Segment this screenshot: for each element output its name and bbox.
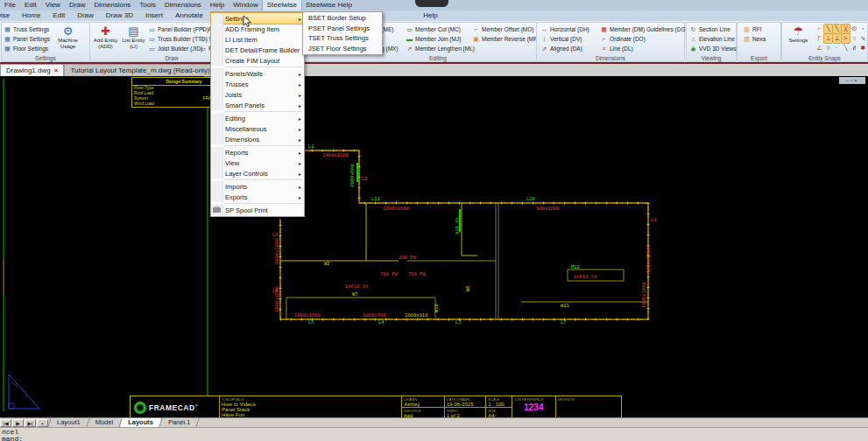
member-cut-mc-button[interactable]: ▭Member Cut (MC): [406, 24, 475, 34]
menu-item-settings[interactable]: Settings▸: [211, 13, 304, 24]
panel-settings-button[interactable]: ▦Panel Settings: [4, 34, 50, 44]
menu-item-trusses[interactable]: Trusses▸: [211, 79, 304, 89]
submenu-item-tset-truss-settings[interactable]: TSET Truss Settings: [303, 33, 382, 44]
submenu-item-jset-floor-settings[interactable]: JSET Floor Settings: [303, 44, 382, 54]
snap-icon[interactable]: ╲: [842, 44, 850, 52]
menu-item-panels-walls[interactable]: Panels/Walls▸: [211, 68, 304, 79]
snap-icon[interactable]: ✱: [859, 44, 867, 52]
menu-item-create-fim-layout[interactable]: Create FIM Layout: [211, 55, 304, 66]
aligned-da-button[interactable]: ⇗Aligned (DA): [540, 44, 589, 53]
menu-item-det-detail-frame-builder[interactable]: DET Detail/Frame Builder: [211, 45, 304, 55]
floor-settings-button[interactable]: ▦Floor Settings: [4, 44, 50, 53]
menu-item-reports[interactable]: Reports▸: [211, 147, 304, 158]
list-entity-li-button[interactable]: ▤List Entity (LI): [120, 24, 147, 49]
snap-icon[interactable]: ∿: [859, 34, 867, 43]
menubar-item-steelwise[interactable]: Steelwise: [263, 0, 301, 10]
sheet-tab-layouts[interactable]: Layouts: [121, 418, 160, 427]
truss-settings-button[interactable]: ▦Truss Settings: [4, 24, 50, 34]
menu-item-editing[interactable]: Editing▸: [211, 113, 304, 123]
snap-icon[interactable]: ⊥: [833, 34, 841, 43]
sheet-nav-button[interactable]: ▶: [12, 419, 24, 427]
menu-item-view[interactable]: View▸: [211, 158, 304, 168]
snap-icon[interactable]: ⊥: [824, 34, 832, 43]
vertical-dv-button[interactable]: ↕Vertical (DV): [540, 34, 589, 44]
member-reverse-mr-button[interactable]: ▣Member Reverse (MR): [472, 34, 540, 44]
floor-settings-icon: ▦: [4, 46, 11, 52]
ribbon-tab-annotate[interactable]: Annotate: [169, 10, 209, 21]
menu-item-dimensions[interactable]: Dimensions▸: [211, 134, 304, 144]
snap-icon[interactable]: ⌐: [815, 24, 823, 33]
ribbon-tab-insert[interactable]: Insert: [139, 10, 169, 21]
sheet-tab-panel-1[interactable]: Panel.1: [161, 418, 197, 427]
section-line-button[interactable]: ↻Section Line: [689, 24, 737, 34]
ordinate-do-button[interactable]: ⌐Ordinate (DO): [600, 34, 646, 44]
member-lengthen-ml-button[interactable]: ↗Member Lengthen (ML): [406, 44, 475, 53]
menu-item-layer-controls[interactable]: Layer Controls▸: [211, 168, 304, 178]
command-line[interactable]: ncelmand:: [0, 427, 868, 441]
snap-icon[interactable]: ○: [824, 44, 832, 52]
ribbon-column: ⚙Machine Usage: [54, 24, 81, 49]
sheet-nav-button[interactable]: +: [37, 419, 48, 427]
snap-icon[interactable]: ≻: [842, 34, 850, 43]
menubar-item-window[interactable]: Window: [229, 0, 262, 10]
ribbon-tab-steelwise[interactable]: Steelwise: [0, 10, 16, 21]
snap-icon[interactable]: ╲: [824, 24, 832, 33]
horizontal-dh-button[interactable]: ↔Horizontal (DH): [540, 24, 589, 34]
menu-item-smart-panels[interactable]: Smart Panels▸: [211, 100, 304, 110]
snap-icon[interactable]: Γ: [815, 34, 823, 43]
menubar-item-draw[interactable]: Draw: [65, 0, 90, 10]
drawing-canvas[interactable]: L11400x18008002000x600L2L111200x1800L109…: [0, 76, 868, 417]
snap-icon[interactable]: ╲: [833, 24, 841, 33]
sheet-nav-button[interactable]: |◀: [0, 419, 11, 427]
mdi-window-controls[interactable]: –▫×: [839, 77, 865, 84]
menubar-item-view[interactable]: View: [41, 0, 65, 10]
menu-item-joists[interactable]: Joists▸: [211, 89, 304, 100]
menubar-item-help[interactable]: Help: [206, 0, 229, 10]
snap-icon[interactable]: ▫: [859, 24, 867, 33]
menu-item-imports[interactable]: Imports▸: [211, 181, 304, 192]
menubar-item-steelwise-help[interactable]: Steelwise Help: [301, 0, 356, 10]
ribbon-group-entity-snaps: Entity Snaps☂Settings⌐╲╲╳⊙▫Γ⊥⊥≻○∿∠○·╲∂✱: [781, 22, 868, 62]
ribbon-tab-draw-3d[interactable]: Draw 3D: [100, 10, 139, 21]
member-offset-mo-button[interactable]: ⌐Member Offset (MO): [472, 24, 540, 34]
machine-usage-button[interactable]: ⚙Machine Usage: [54, 24, 81, 49]
menubar-item-file[interactable]: File: [0, 0, 20, 10]
ribbon-tab-draw[interactable]: Draw: [71, 10, 100, 21]
snap-icon[interactable]: ╳: [842, 24, 850, 33]
sheet-tab-model[interactable]: Model: [88, 418, 120, 427]
menubar-item-dimensions[interactable]: Dimensions: [90, 0, 136, 10]
menubar-item-dimensions[interactable]: Dimensions: [160, 0, 206, 10]
submenu-item-bset-border-setup[interactable]: BSET Border Setup: [303, 13, 382, 24]
add-entity-add-button[interactable]: ✚Add Entity (ADD): [92, 24, 119, 49]
snap-icon[interactable]: ○: [850, 34, 858, 43]
vvd-3d-views-button[interactable]: ◉VVD 3D Views: [689, 44, 737, 53]
menu-item-miscellaneous[interactable]: Miscellaneous▸: [211, 123, 304, 134]
doc-tab-drawing1-dwg[interactable]: Drawing1.dwg×: [0, 64, 64, 76]
submenu-item-pset-panel-settings[interactable]: PSET Panel Settings: [303, 24, 382, 34]
member-join-mj-button[interactable]: ▬Member Join (MJ): [406, 34, 475, 44]
menubar-item-edit[interactable]: Edit: [20, 0, 41, 10]
snap-icon[interactable]: ⊙: [850, 24, 858, 33]
menubar-item-tools[interactable]: Tools: [135, 0, 160, 10]
ribbon-tab-edit[interactable]: Edit: [46, 10, 71, 21]
menu-item-sp-spool-print[interactable]: SP Spool Print: [211, 205, 304, 215]
snap-icon[interactable]: ∠: [815, 44, 823, 52]
ribbon-tab-help[interactable]: Help: [417, 10, 443, 21]
nexa-button[interactable]: ▥Nexa: [743, 34, 766, 44]
rfi-button[interactable]: ▥RFI: [743, 24, 766, 34]
elevation-line-button[interactable]: ⌂Elevation Line: [689, 34, 737, 44]
menu-item-li-list-item[interactable]: LI List Item: [211, 34, 304, 45]
close-icon[interactable]: ×: [54, 66, 59, 74]
snap-icon[interactable]: ·: [833, 44, 841, 52]
sheet-tab-layout1[interactable]: Layout1: [50, 418, 88, 427]
settings-button[interactable]: ☂Settings: [785, 24, 812, 44]
menu-item-add-framing-item[interactable]: ADD Framing Item: [211, 24, 304, 34]
menu-item-exports[interactable]: Exports▸: [211, 192, 304, 202]
sheet-nav-button[interactable]: ▶|: [25, 419, 36, 427]
snap-icon[interactable]: ∂: [850, 44, 858, 52]
ribbon-tab-home[interactable]: Home: [16, 10, 46, 21]
guidelines-dg-button[interactable]: ⊞Guidelines (DG): [637, 24, 688, 34]
doc-tab-tutorial-layout-template-m-dwg-read-only[interactable]: Tutorial Layout Template_m.dwg (Read-onl…: [64, 64, 215, 76]
section-line-icon: ↻: [689, 26, 697, 33]
line-dl-button[interactable]: ≡Line (DL): [600, 44, 646, 53]
